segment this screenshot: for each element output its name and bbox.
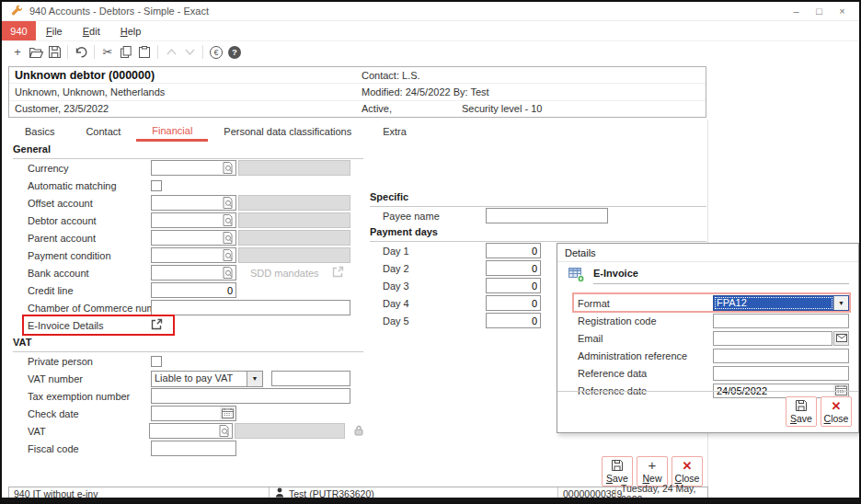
browse-icon (223, 232, 234, 244)
fiscal-code-input[interactable] (151, 441, 236, 456)
specific-section-title: Specific (370, 191, 706, 207)
vat-code-row: VAT (13, 422, 363, 440)
open-icon[interactable] (27, 43, 45, 62)
save-icon[interactable] (45, 43, 63, 62)
private-person-checkbox[interactable] (151, 356, 162, 367)
chamber-of-commerce-input[interactable] (151, 300, 350, 315)
close-button[interactable]: × (831, 6, 854, 17)
close-x-icon: ✕ (832, 400, 842, 412)
dialog-close-button[interactable]: ✕ Close (821, 396, 852, 427)
vat-code-input[interactable] (149, 423, 233, 439)
tab-bar: Basics Contact Financial Personal data c… (8, 121, 422, 142)
bank-account-input[interactable] (151, 265, 236, 281)
details-dialog: Details E-Invoice Format FPA12 ▼ Registr… (557, 243, 859, 433)
tax-exemption-input[interactable] (151, 388, 350, 404)
payment-days-section-title: Payment days (370, 226, 706, 242)
credit-line-row: Credit line (13, 281, 363, 299)
paste-icon[interactable] (135, 43, 154, 62)
dialog-save-button[interactable]: Save (786, 396, 817, 427)
vat-liability-select[interactable]: Liable to pay VAT ▼ (151, 371, 263, 387)
parent-account-input[interactable] (151, 230, 236, 246)
einvoice-details-row: E-Invoice Details (13, 316, 363, 334)
cut-icon[interactable]: ✂ (98, 43, 117, 62)
tab-extra[interactable]: Extra (367, 121, 422, 142)
format-row: Format FPA12 ▼ (578, 294, 849, 312)
offset-account-row: Offset account (13, 194, 363, 212)
tab-personal-data-classifications[interactable]: Personal data classifications (208, 121, 367, 142)
registration-code-row: Registration code (578, 312, 849, 329)
debtor-account-input[interactable] (151, 212, 236, 228)
close-x-icon: ✕ (683, 460, 693, 472)
menu-help[interactable]: Help (110, 21, 152, 40)
modified-info: Modified: 24/5/2022 By: Test (362, 86, 489, 97)
format-selected-value: FPA12 (714, 296, 833, 310)
payment-condition-input[interactable] (151, 247, 236, 263)
reference-data-input[interactable] (713, 366, 849, 381)
new-icon[interactable]: + (8, 43, 27, 62)
email-input[interactable] (713, 331, 832, 346)
calendar-icon[interactable] (220, 407, 235, 420)
payment-condition-display (238, 247, 350, 263)
administration-reference-input[interactable] (713, 349, 849, 363)
administration-reference-row: Administration reference (578, 347, 849, 364)
offset-account-input[interactable] (151, 195, 236, 211)
help-icon[interactable]: ? (225, 43, 244, 62)
vat-number-input[interactable] (271, 371, 350, 386)
general-section: General Currency Automatic matching Offs… (13, 143, 363, 457)
email-row: Email (578, 329, 849, 347)
save-floppy-icon (796, 400, 807, 412)
dropdown-arrow-icon[interactable]: ▼ (247, 372, 262, 386)
move-down-icon (180, 43, 199, 62)
day1-input[interactable] (486, 243, 541, 258)
app-badge[interactable]: 940 (2, 21, 36, 40)
title-bar: 940 Accounts - Debtors - Simple - Exact … (2, 2, 859, 21)
automatic-matching-checkbox[interactable] (151, 180, 162, 191)
private-person-row: Private person (13, 352, 363, 370)
reference-data-row: Reference data (578, 364, 849, 382)
fiscal-code-row: Fiscal code (13, 440, 363, 457)
payee-name-input[interactable] (486, 208, 608, 223)
einvoice-details-open-icon[interactable] (151, 318, 163, 332)
chamber-of-commerce-row: Chamber of Commerce number (13, 299, 363, 316)
toolbar: + ✂ € ? (2, 41, 859, 63)
debtor-address: Unknown, Unknown, Netherlands (9, 86, 362, 97)
currency-display (238, 160, 350, 176)
email-envelope-icon[interactable] (833, 331, 849, 346)
offset-account-display (238, 195, 350, 211)
day3-input[interactable] (486, 278, 541, 293)
browse-icon (223, 267, 234, 279)
registration-code-input[interactable] (713, 314, 849, 328)
tab-basics[interactable]: Basics (9, 121, 70, 142)
credit-line-input[interactable] (151, 282, 236, 298)
maximize-button[interactable]: □ (808, 6, 831, 17)
day2-input[interactable] (486, 260, 541, 276)
dialog-title: Details (557, 244, 858, 262)
menu-file[interactable]: File (36, 21, 73, 40)
tab-contact[interactable]: Contact (70, 121, 136, 142)
menu-bar: 940 File Edit Help (2, 21, 859, 41)
currency-row: Currency (13, 159, 363, 177)
check-date-input[interactable] (151, 406, 236, 421)
check-date-row: Check date (13, 405, 363, 422)
menu-edit[interactable]: Edit (73, 21, 110, 40)
window-title: 940 Accounts - Debtors - Simple - Exact (29, 6, 209, 17)
currency-input[interactable] (151, 160, 236, 176)
day4-input[interactable] (486, 295, 541, 311)
vat-section-title: VAT (13, 337, 363, 352)
automatic-matching-row: Automatic matching (13, 177, 363, 194)
einvoice-section-header: E-Invoice (568, 267, 849, 284)
debtor-account-row: Debtor account (13, 212, 363, 229)
format-dropdown-arrow-icon[interactable]: ▼ (833, 296, 848, 310)
browse-icon (223, 162, 234, 174)
sdd-mandates-open-icon[interactable] (332, 266, 344, 280)
debtor-header-panel: Unknown debtor (000000) Contact: L.S. Un… (8, 66, 706, 118)
tab-financial[interactable]: Financial (136, 121, 208, 142)
format-select[interactable]: FPA12 ▼ (713, 295, 849, 311)
euro-info-icon[interactable]: € (207, 43, 225, 62)
undo-icon[interactable] (72, 43, 90, 62)
day5-input[interactable] (486, 313, 541, 328)
copy-icon[interactable] (117, 43, 135, 62)
save-floppy-icon (612, 460, 623, 472)
customer-since: Customer, 23/5/2022 (9, 103, 362, 114)
minimize-button[interactable]: – (785, 6, 808, 17)
